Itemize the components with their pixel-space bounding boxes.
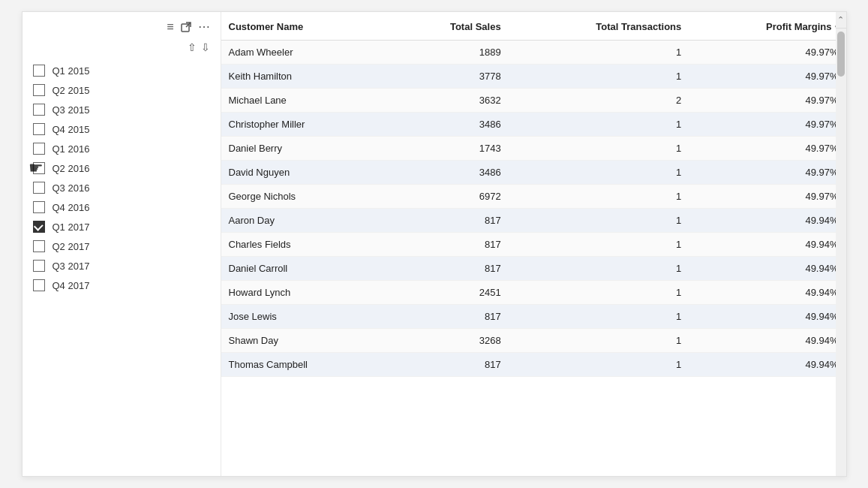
table-row: Daniel Berry1743149.97% [221,137,846,161]
cell-total-transactions: 1 [509,353,689,377]
checkbox-q4-2017[interactable] [33,279,45,291]
data-table: Customer NameTotal SalesTotal Transactio… [221,12,846,377]
sidebar-item-q1-2015[interactable]: Q1 2015 [23,61,221,80]
checkbox-q1-2015[interactable] [33,65,45,77]
table-body: Adam Wheeler1889149.97%Keith Hamilton377… [221,41,846,377]
cell-customer-name: Jose Lewis [221,305,391,329]
cell-total-sales: 817 [390,257,509,281]
checkbox-q4-2015[interactable] [33,123,45,135]
table-row: Thomas Campbell817149.94% [221,353,846,377]
cell-customer-name: Christopher Miller [221,113,391,137]
checkbox-q2-2015[interactable] [33,84,45,96]
cell-total-transactions: 1 [509,257,689,281]
hamburger-icon[interactable]: ≡ [167,20,173,34]
checkbox-q2-2016[interactable] [33,162,45,174]
table-wrapper: Customer NameTotal SalesTotal Transactio… [221,12,846,476]
sidebar-item-q2-2015[interactable]: Q2 2015 [23,80,221,100]
cell-customer-name: Aaron Day [221,209,391,233]
cell-customer-name: Adam Wheeler [221,41,391,65]
sidebar-item-q4-2017[interactable]: Q4 2017 [23,276,221,295]
cell-total-transactions: 1 [509,305,689,329]
sidebar-list: Q1 2015Q2 2015Q3 2015Q4 2015Q1 2016Q2 20… [23,59,221,476]
sidebar-item-q3-2016[interactable]: Q3 2016 [23,178,221,197]
sidebar-item-q3-2015[interactable]: Q3 2015 [23,100,221,119]
col-header-total-sales[interactable]: Total Sales [390,12,509,41]
checkbox-q1-2016[interactable] [33,143,45,155]
checkbox-q2-2017[interactable] [33,240,45,252]
cell-customer-name: Charles Fields [221,233,391,257]
cell-total-transactions: 1 [509,233,689,257]
scroll-up-button[interactable]: ⌃ [836,12,846,29]
cell-profit-margins: 49.94% [689,305,845,329]
cell-total-sales: 1889 [390,41,509,65]
checkbox-q1-2017[interactable] [33,221,45,233]
sidebar-item-label-q1-2017: Q1 2017 [53,221,90,233]
sidebar: ≡ ⋯ ⇧ ⇩ Q1 2015Q2 2015Q3 2015Q4 2015Q1 2… [23,12,221,476]
cell-customer-name: George Nichols [221,185,391,209]
sidebar-item-label-q4-2017: Q4 2017 [53,280,90,291]
sidebar-item-q2-2017[interactable]: Q2 2017 [23,236,221,256]
cell-total-transactions: 2 [509,89,689,113]
external-link-icon[interactable] [180,21,192,33]
cell-customer-name: Shawn Day [221,329,391,353]
checkbox-q4-2016[interactable] [33,201,45,213]
checkbox-q3-2017[interactable] [33,260,45,272]
sidebar-item-label-q2-2016: Q2 2016 [53,163,90,174]
cell-total-sales: 817 [390,353,509,377]
col-header-customer-name[interactable]: Customer Name [221,12,391,41]
cell-total-sales: 817 [390,233,509,257]
checkbox-q3-2016[interactable] [33,182,45,194]
cell-total-sales: 6972 [390,185,509,209]
cell-customer-name: Daniel Carroll [221,257,391,281]
sidebar-item-q4-2015[interactable]: Q4 2015 [23,119,221,139]
sidebar-item-label-q3-2016: Q3 2016 [53,182,90,194]
cell-total-transactions: 1 [509,185,689,209]
table-row: George Nichols6972149.97% [221,185,846,209]
cell-total-transactions: 1 [509,209,689,233]
cell-total-transactions: 1 [509,113,689,137]
scrollbar-thumb[interactable] [837,32,845,77]
cell-customer-name: Thomas Campbell [221,353,391,377]
sort-asc-icon[interactable]: ⇧ [188,41,197,53]
sidebar-item-label-q2-2017: Q2 2017 [53,241,90,252]
cell-total-transactions: 1 [509,65,689,89]
cell-profit-margins: 49.97% [689,41,845,65]
sidebar-item-q2-2016[interactable]: Q2 2016☛ [23,158,221,178]
cell-total-sales: 3632 [390,89,509,113]
cell-total-sales: 817 [390,305,509,329]
main-container: ≡ ⋯ ⇧ ⇩ Q1 2015Q2 2015Q3 2015Q4 2015Q1 2… [22,11,847,477]
table-row: Howard Lynch2451149.94% [221,281,846,305]
sort-desc-icon[interactable]: ⇩ [201,41,210,53]
sidebar-item-q4-2016[interactable]: Q4 2016 [23,197,221,217]
cell-profit-margins: 49.97% [689,65,845,89]
sidebar-item-q3-2017[interactable]: Q3 2017 [23,256,221,276]
table-row: Aaron Day817149.94% [221,209,846,233]
table-row: Michael Lane3632249.97% [221,89,846,113]
sidebar-item-label-q4-2015: Q4 2015 [53,124,90,135]
cell-total-transactions: 1 [509,329,689,353]
sidebar-item-label-q1-2015: Q1 2015 [53,65,90,77]
more-options-icon[interactable]: ⋯ [198,20,210,34]
cell-total-sales: 2451 [390,281,509,305]
sidebar-header: ⇧ ⇩ [23,38,221,59]
col-header-profit-margins[interactable]: Profit Margins▾ [689,12,845,41]
cell-total-transactions: 1 [509,281,689,305]
table-row: Keith Hamilton3778149.97% [221,65,846,89]
col-header-total-transactions[interactable]: Total Transactions [509,12,689,41]
cell-total-sales: 3486 [390,161,509,185]
cell-profit-margins: 49.94% [689,353,845,377]
table-row: Shawn Day3268149.94% [221,329,846,353]
table-row: Daniel Carroll817149.94% [221,257,846,281]
cell-profit-margins: 49.97% [689,185,845,209]
table-row: Adam Wheeler1889149.97% [221,41,846,65]
table-row: Charles Fields817149.94% [221,233,846,257]
cell-profit-margins: 49.94% [689,233,845,257]
cell-profit-margins: 49.97% [689,89,845,113]
cell-profit-margins: 49.94% [689,257,845,281]
cell-total-sales: 3778 [390,65,509,89]
sidebar-item-q1-2016[interactable]: Q1 2016 [23,139,221,158]
cell-customer-name: Michael Lane [221,89,391,113]
cell-customer-name: David Nguyen [221,161,391,185]
sidebar-item-q1-2017[interactable]: Q1 2017 [23,217,221,236]
checkbox-q3-2015[interactable] [33,104,45,116]
